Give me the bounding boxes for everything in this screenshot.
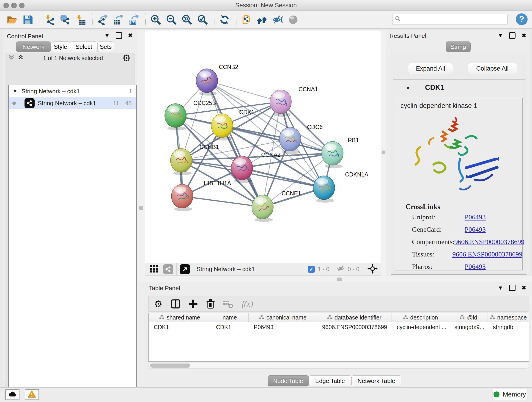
tree-expand-icon[interactable]: ▼: [13, 89, 17, 94]
splitter-grip-icon[interactable]: [337, 278, 342, 281]
panel-close-icon[interactable]: ✖: [521, 285, 526, 291]
network-options-gear-icon[interactable]: ⚙: [122, 53, 131, 63]
grid-view-icon[interactable]: [149, 264, 159, 275]
crosslink-link[interactable]: P06493: [465, 213, 486, 221]
table-cell[interactable]: CDK1: [211, 322, 249, 332]
panel-float-icon[interactable]: ▼: [104, 32, 110, 39]
column-header-name[interactable]: name: [211, 313, 249, 322]
network-row[interactable]: String Network – cdk1 11 48: [9, 97, 136, 109]
panel-maximize-icon[interactable]: [509, 285, 515, 291]
hide-graphics-details-icon[interactable]: [272, 14, 284, 26]
right-splitter[interactable]: [381, 31, 386, 276]
table-row[interactable]: CDK1CDK1P064939606.ENSP00000378699cyclin…: [149, 322, 529, 332]
tab-edge-table[interactable]: Edge Table: [309, 375, 351, 386]
section-collapse-icon[interactable]: ▼: [405, 85, 411, 91]
zoom-fit-content-icon[interactable]: [181, 14, 193, 26]
export-network-icon[interactable]: [97, 14, 109, 26]
save-session-icon[interactable]: [22, 14, 33, 26]
add-column-icon[interactable]: [187, 298, 199, 310]
export-image-icon[interactable]: [128, 14, 140, 26]
table-options-gear-icon[interactable]: ⚙: [152, 298, 164, 310]
delete-column-icon[interactable]: [205, 298, 216, 310]
network-collection-row[interactable]: ▼ String Network – cdk1 1: [9, 85, 136, 97]
clone-network-icon[interactable]: [241, 14, 253, 26]
network-node-RB1[interactable]: [322, 141, 343, 168]
splitter-grip-icon[interactable]: [382, 151, 385, 154]
tab-network[interactable]: Network: [16, 41, 51, 52]
tab-string[interactable]: String: [446, 41, 471, 52]
network-node-CDC25B[interactable]: [165, 104, 186, 130]
scrollbar-thumb[interactable]: [150, 364, 190, 368]
zoom-selected-icon[interactable]: [196, 14, 209, 26]
network-node-CCNB2[interactable]: [196, 69, 218, 96]
fit-selected-crosshair-icon[interactable]: [367, 263, 378, 275]
column-header-database-identifier[interactable]: database identifier: [317, 313, 392, 322]
network-canvas[interactable]: CCNB2CCNA1CDC25BCDK1CDC6RB1CCNB1CCNA2CDK…: [145, 31, 381, 263]
panel-float-icon[interactable]: ▼: [498, 32, 503, 39]
zoom-out-icon[interactable]: [165, 14, 177, 26]
tab-style[interactable]: Style: [51, 41, 70, 52]
network-node-CDKN1A[interactable]: [313, 176, 335, 203]
network-node-CCNE1[interactable]: [252, 195, 273, 222]
search-icon: [395, 16, 401, 23]
table-cell[interactable]: cyclin-dependent ...: [392, 322, 450, 332]
node-label-HIST1H1A: HIST1H1A: [204, 180, 231, 186]
tab-network-table[interactable]: Network Table: [351, 375, 401, 386]
collapse-all-button[interactable]: Collapse All: [468, 63, 517, 74]
panel-close-icon[interactable]: ✖: [521, 32, 526, 39]
network-node-CCNB1[interactable]: [171, 148, 192, 175]
left-splitter[interactable]: [137, 31, 145, 276]
column-type-icon: [327, 314, 332, 321]
node-table[interactable]: shared namenamecanonical namedatabase id…: [148, 313, 529, 362]
column-header--id[interactable]: @id: [449, 313, 488, 322]
panel-close-icon[interactable]: ✖: [128, 32, 133, 39]
expand-all-networks-icon[interactable]: [18, 54, 24, 62]
selected-count-checkbox-icon[interactable]: ✓: [308, 266, 315, 273]
crosslink-link[interactable]: 9606.ENSP00000378699: [454, 238, 525, 246]
column-header-description[interactable]: description: [392, 313, 450, 322]
birds-eye-view-icon[interactable]: [180, 264, 190, 274]
tab-node-table[interactable]: Node Table: [268, 375, 309, 386]
splitter-grip-icon[interactable]: [139, 206, 143, 210]
network-node-HIST1H1A[interactable]: [171, 184, 193, 211]
panel-maximize-icon[interactable]: [116, 32, 122, 39]
help-icon[interactable]: ?: [515, 13, 528, 26]
warning-status-button[interactable]: [25, 389, 39, 400]
crosslink-link[interactable]: P06493: [465, 225, 486, 233]
expand-all-button[interactable]: Expand All: [408, 63, 453, 74]
column-header-shared-name[interactable]: shared name: [149, 313, 211, 322]
string-query-home-icon[interactable]: [256, 14, 268, 26]
import-network-database-icon[interactable]: [59, 14, 71, 26]
horizontal-splitter[interactable]: [137, 276, 532, 282]
node-label-CDK1: CDK1: [239, 109, 254, 115]
panel-maximize-icon[interactable]: [509, 32, 515, 39]
table-cell[interactable]: CDK1: [149, 322, 211, 332]
table-cell[interactable]: P06493: [249, 322, 317, 332]
table-cell[interactable]: 9606.ENSP00000378699: [317, 322, 392, 332]
column-header-canonical-name[interactable]: canonical name: [249, 313, 317, 322]
open-session-icon[interactable]: [6, 14, 18, 26]
toolbar-separator: [92, 13, 93, 26]
search-input[interactable]: [403, 16, 507, 23]
import-table-file-icon[interactable]: [75, 14, 87, 26]
table-horizontal-scrollbar[interactable]: [148, 363, 529, 369]
network-view-share-icon[interactable]: [163, 264, 173, 274]
column-header-namespace[interactable]: namespace: [488, 313, 529, 322]
tab-sets[interactable]: Sets: [98, 41, 114, 52]
crosslink-link[interactable]: 9606.ENSP00000378699: [452, 250, 522, 258]
table-cell[interactable]: stringdb:9...: [449, 322, 488, 332]
table-cell[interactable]: stringdb: [488, 322, 529, 332]
cloud-status-button[interactable]: [5, 389, 19, 400]
export-table-icon[interactable]: [112, 14, 124, 26]
memory-button[interactable]: Memory: [493, 389, 527, 400]
search-field[interactable]: [392, 14, 508, 25]
network-node-CCNA1[interactable]: [270, 90, 291, 117]
crosslink-link[interactable]: P06493: [465, 263, 486, 270]
collapse-all-networks-icon[interactable]: [8, 54, 14, 62]
import-network-file-icon[interactable]: [44, 14, 56, 26]
show-column-panel-icon[interactable]: [170, 298, 182, 310]
zoom-in-icon[interactable]: [150, 14, 162, 26]
tab-select[interactable]: Select: [70, 41, 98, 52]
panel-float-icon[interactable]: ▼: [498, 285, 503, 291]
update-network-icon[interactable]: [219, 14, 230, 26]
